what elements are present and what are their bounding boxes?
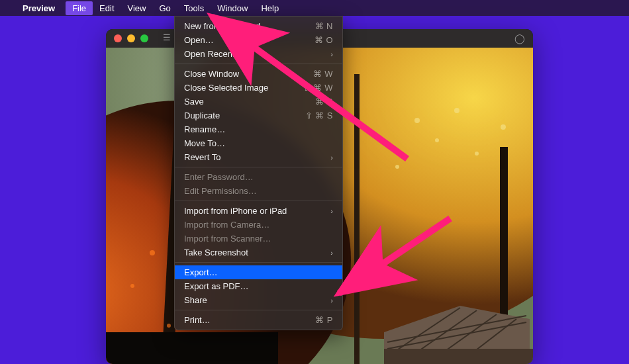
svg-rect-4 (354, 74, 360, 364)
menu-item-move-to[interactable]: Move To… (175, 136, 342, 150)
menubar-item-help[interactable]: Help (254, 1, 285, 15)
search-icon[interactable]: ◯ (514, 33, 525, 44)
menubar-item-file[interactable]: File (66, 1, 93, 15)
menu-item-label: Save (184, 97, 204, 107)
menu-separator (175, 262, 342, 263)
menu-item-label: Take Screenshot (184, 248, 248, 257)
menu-item-label: Import from Scanner… (184, 234, 271, 244)
menu-item-label: Open Recent (184, 49, 235, 59)
menu-item-label: New from Clipboard (184, 21, 260, 31)
menu-item-import-from-scanner: Import from Scanner… (175, 232, 342, 246)
svg-rect-14 (106, 332, 278, 364)
menu-item-import-from-iphone-or-ipad[interactable]: Import from iPhone or iPad› (175, 204, 342, 218)
menu-item-enter-password: Enter Password… (175, 170, 342, 184)
menu-item-label: Import from Camera… (184, 220, 269, 230)
menu-item-label: Export as PDF… (184, 281, 249, 291)
menu-item-shortcut: ⌘ W (313, 69, 333, 79)
maximize-button[interactable] (140, 34, 148, 42)
chevron-right-icon: › (330, 249, 333, 257)
svg-point-27 (167, 324, 171, 328)
menubar-item-edit[interactable]: Edit (93, 1, 121, 15)
menu-item-label: Duplicate (184, 111, 220, 120)
menu-item-new-from-clipboard[interactable]: New from Clipboard⌘ N (175, 19, 342, 33)
chevron-right-icon: › (330, 154, 333, 161)
menu-item-export[interactable]: Export… (175, 265, 342, 279)
menu-separator (175, 167, 342, 167)
svg-point-15 (414, 118, 420, 123)
chevron-right-icon: › (330, 207, 333, 215)
menu-item-label: Revert To (184, 152, 220, 162)
minimize-button[interactable] (127, 34, 135, 42)
menu-item-revert-to[interactable]: Revert To› (175, 150, 342, 164)
menu-item-label: Open… (184, 35, 214, 45)
file-menu-dropdown: New from Clipboard⌘ NOpen…⌘ OOpen Recent… (174, 16, 343, 330)
close-button[interactable] (114, 34, 122, 42)
menu-item-close-window[interactable]: Close Window⌘ W (175, 67, 342, 81)
menubar-item-window[interactable]: Window (211, 1, 254, 15)
svg-point-17 (454, 108, 460, 113)
menu-item-label: Import from iPhone or iPad (184, 206, 287, 216)
menu-item-share[interactable]: Share› (175, 293, 342, 307)
svg-point-18 (475, 152, 479, 156)
svg-rect-13 (384, 349, 533, 364)
sidebar-icon[interactable]: ☰ (163, 32, 171, 44)
menu-item-label: Close Window (184, 69, 239, 79)
menu-item-open-recent[interactable]: Open Recent› (175, 47, 342, 61)
chevron-right-icon: › (330, 50, 333, 58)
menu-item-label: Share (184, 295, 207, 305)
menu-item-shortcut: ⇧ ⌘ W (303, 83, 333, 93)
menu-item-duplicate[interactable]: Duplicate⇧ ⌘ S (175, 109, 342, 122)
menu-item-shortcut: ⌘ N (315, 21, 334, 31)
menu-separator (175, 201, 342, 201)
menu-item-label: Export… (184, 267, 218, 277)
menu-item-shortcut: ⇧ ⌘ S (305, 111, 333, 120)
menubar-item-view[interactable]: View (121, 1, 153, 15)
menu-item-close-selected-image[interactable]: Close Selected Image⇧ ⌘ W (175, 81, 342, 95)
chevron-right-icon: › (330, 296, 333, 304)
menu-item-take-screenshot[interactable]: Take Screenshot› (175, 246, 342, 259)
app-name[interactable]: Preview (23, 3, 55, 13)
menu-separator (175, 64, 342, 64)
menu-item-import-from-camera: Import from Camera… (175, 218, 342, 232)
menu-item-label: Print… (184, 315, 211, 325)
menu-item-shortcut: ⌘ S (315, 97, 333, 107)
menu-item-shortcut: ⌘ P (315, 315, 333, 325)
svg-point-20 (395, 165, 399, 169)
menu-item-label: Rename… (184, 124, 225, 134)
menu-item-save[interactable]: Save⌘ S (175, 95, 342, 109)
menu-separator (175, 310, 342, 310)
menu-item-export-as-pdf[interactable]: Export as PDF… (175, 279, 342, 293)
menu-item-print[interactable]: Print…⌘ P (175, 313, 342, 327)
traffic-lights (114, 34, 148, 42)
menubar-item-go[interactable]: Go (152, 1, 177, 15)
menu-item-shortcut: ⌘ O (314, 35, 333, 45)
menu-item-open[interactable]: Open…⌘ O (175, 33, 342, 47)
menu-item-label: Enter Password… (184, 172, 254, 182)
svg-point-19 (501, 124, 506, 130)
menu-item-edit-permissions: Edit Permissions… (175, 184, 342, 198)
system-menubar: Preview File Edit View Go Tools Window H… (0, 0, 629, 16)
menu-item-label: Move To… (184, 138, 225, 148)
svg-point-24 (130, 284, 134, 288)
menu-item-rename[interactable]: Rename… (175, 122, 342, 136)
menu-item-label: Edit Permissions… (184, 186, 257, 196)
menubar-item-tools[interactable]: Tools (177, 1, 211, 15)
svg-point-16 (435, 138, 439, 142)
menu-item-label: Close Selected Image (184, 83, 268, 93)
svg-point-23 (150, 250, 155, 255)
